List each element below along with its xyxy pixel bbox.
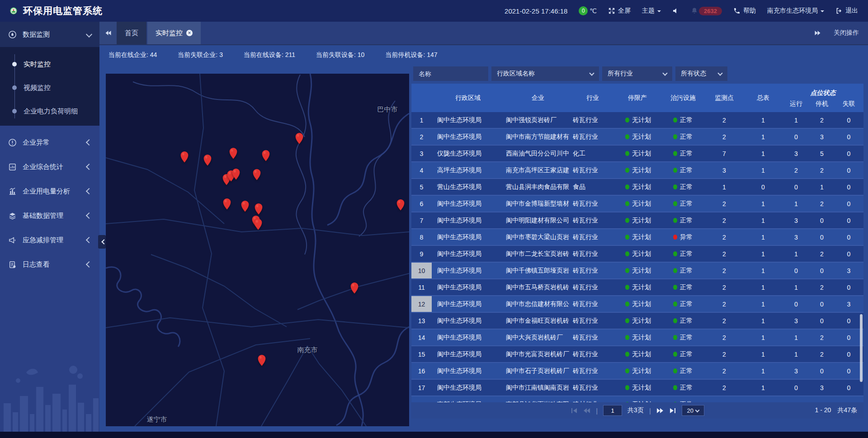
map-pin[interactable]	[255, 203, 263, 215]
map-pin[interactable]	[262, 150, 270, 162]
table-row[interactable]: 6 阆中生态环境局 阆中市金博瑞新型墙材 砖瓦行业 无计划 正常 2 1 1 2…	[411, 196, 863, 212]
tabs-scroll-left-button[interactable]	[99, 22, 117, 44]
table-row[interactable]: 14 阆中生态环境局 阆中大兴页岩机砖厂 砖瓦行业 无计划 正常 2 1 1 2…	[411, 330, 863, 346]
region-select[interactable]: 行政区域名称	[491, 66, 599, 81]
cell-limit-status: 无计划	[613, 112, 661, 128]
cell-stopped: 0	[810, 296, 834, 312]
table-row[interactable]: 2 阆中生态环境局 阆中市南方节能建材有 砖瓦行业 无计划 正常 2 1 0 3…	[411, 129, 863, 146]
sidebar-subitem-video-monitor[interactable]: 视频监控	[0, 76, 99, 99]
table-row[interactable]: 5 营山生态环境局 营山县润丰肉食品有限 食品 无计划 正常 1 0 0 1 0	[411, 179, 863, 196]
tab-realtime-monitor[interactable]: 实时监控 ✕	[147, 22, 201, 44]
alert-circle-icon	[8, 138, 17, 147]
sidebar-item-data-monitor[interactable]: 数据监测	[0, 22, 99, 47]
table-row[interactable]: 11 阆中生态环境局 阆中市五马桥页岩机砖 砖瓦行业 无计划 正常 2 1 1 …	[411, 279, 863, 296]
cell-industry: 砖瓦行业	[572, 363, 613, 379]
cell-running: 2	[783, 162, 810, 178]
org-dropdown[interactable]: 南充市生态环境局	[767, 7, 824, 15]
logout-button[interactable]: 退出	[835, 7, 858, 15]
cell-company: 阆中明阳建材有限公司	[504, 212, 572, 228]
table-row[interactable]: 15 阆中生态环境局 阆中市光富页岩机砖厂 砖瓦行业 无计划 正常 2 1 1 …	[411, 346, 863, 363]
map-pin[interactable]	[232, 168, 241, 180]
row-number: 7	[411, 212, 432, 228]
sidebar-collapse-button[interactable]	[98, 235, 106, 249]
map-pin[interactable]	[241, 200, 250, 212]
name-search-input[interactable]	[413, 66, 488, 81]
table-row[interactable]: 17 阆中生态环境局 阆中市江南镇阆南页岩 砖瓦行业 无计划 正常 2 1 0 …	[411, 380, 863, 396]
last-page-button[interactable]	[669, 408, 676, 414]
scrollbar-thumb[interactable]	[860, 314, 863, 382]
table-row[interactable]: 1 阆中生态环境局 阆中强锐页岩砖厂 砖瓦行业 无计划 正常 2 1 1 2 0	[411, 112, 863, 129]
cell-limit-status: 无计划	[613, 129, 661, 145]
industry-select[interactable]: 所有行业	[602, 66, 672, 81]
table-row[interactable]: 18 南部生态环境局 南部县鸿华页岩砖有限 建材行业 无计划 正常 2 1 0 …	[411, 396, 863, 402]
map-pin[interactable]	[295, 132, 304, 145]
tab-home[interactable]: 首页	[117, 22, 146, 44]
sidebar-item-base-data[interactable]: 基础数据管理	[0, 203, 99, 228]
separator: |	[596, 407, 598, 414]
map-panel[interactable]: 巴中市南充市遂宁市	[106, 74, 409, 426]
page-number-input[interactable]	[603, 405, 622, 416]
table-row[interactable]: 8 阆中生态环境局 阆中市枣碧大梁山页岩 砖瓦行业 无计划 异常 2 1 3 0…	[411, 229, 863, 246]
cell-stopped: 2	[810, 196, 834, 212]
pagination-summary: 1 - 20 共47条	[815, 406, 857, 414]
sidebar-subitem-power-load-detail[interactable]: 企业电力负荷明细	[0, 99, 99, 123]
map-pin[interactable]	[396, 199, 405, 211]
stats-panel-icon	[8, 163, 17, 171]
facility-status-text: 异常	[680, 233, 693, 241]
fullscreen-button[interactable]: 全屏	[608, 7, 631, 15]
previous-page-button[interactable]	[583, 408, 590, 414]
page-size-value: 20	[687, 407, 693, 414]
limit-status-text: 无计划	[632, 384, 651, 392]
map-pin[interactable]	[254, 218, 263, 231]
map-pin[interactable]	[229, 147, 238, 160]
table-row[interactable]: 16 阆中生态环境局 阆中市石子页岩机砖厂 砖瓦行业 无计划 正常 2 1 3 …	[411, 363, 863, 380]
limit-status-text: 无计划	[632, 367, 651, 375]
table-row[interactable]: 12 阆中生态环境局 阆中市忠信建材有限公 砖瓦行业 无计划 正常 2 1 0 …	[411, 296, 863, 313]
row-number: 8	[411, 229, 432, 245]
map-pin[interactable]	[350, 282, 359, 294]
sidebar-item-enterprise-statistics[interactable]: 企业综合统计	[0, 155, 99, 179]
col-header-region: 行政区域	[432, 84, 504, 112]
double-chevron-right-icon[interactable]	[814, 30, 821, 36]
table-row[interactable]: 9 阆中生态环境局 阆中市二龙长宝页岩砖 砖瓦行业 无计划 正常 2 1 1 2…	[411, 246, 863, 263]
table-row[interactable]: 10 阆中生态环境局 阆中千佛镇五郎垭页岩 砖瓦行业 无计划 正常 2 1 0 …	[411, 263, 863, 279]
cell-industry: 砖瓦行业	[572, 112, 613, 128]
sidebar-item-emergency-reduction[interactable]: 应急减排管理	[0, 228, 99, 252]
cell-region: 阆中生态环境局	[432, 229, 504, 245]
cell-lost: 0	[834, 179, 863, 195]
notifications-button[interactable]: 2632	[691, 7, 722, 15]
theme-dropdown[interactable]: 主题	[642, 7, 661, 15]
map-pin[interactable]	[180, 151, 189, 163]
sidebar-subitem-realtime-monitor[interactable]: 实时监控	[0, 52, 99, 76]
cell-monitor-points: 2	[705, 263, 744, 278]
status-select[interactable]: 所有状态	[675, 66, 727, 81]
speaker-muted-icon[interactable]	[672, 7, 679, 14]
chevron-down-icon	[695, 408, 700, 412]
sidebar-item-enterprise-abnormal[interactable]: 企业异常	[0, 130, 99, 155]
close-operations-button[interactable]: 关闭操作	[834, 29, 859, 37]
cell-facility-status: 异常	[661, 229, 705, 245]
status-dot	[673, 218, 677, 223]
help-button[interactable]: 帮助	[733, 7, 756, 15]
table-row[interactable]: 13 阆中生态环境局 阆中市金福旺页岩机砖 砖瓦行业 无计划 正常 2 1 3 …	[411, 313, 863, 330]
map-pin[interactable]	[253, 169, 261, 181]
page-size-select[interactable]: 20	[682, 405, 704, 416]
cell-company: 阆中市南方节能建材有	[504, 129, 572, 145]
sidebar-item-log-view[interactable]: 日志查看	[0, 252, 99, 277]
table-row[interactable]: 7 阆中生态环境局 阆中明阳建材有限公司 砖瓦行业 无计划 正常 2 1 3 0…	[411, 212, 863, 229]
cell-industry: 砖瓦行业	[572, 229, 613, 245]
row-number: 15	[411, 346, 432, 362]
first-page-button[interactable]	[571, 408, 578, 414]
cell-facility-status: 正常	[661, 246, 705, 262]
table-row[interactable]: 4 高坪生态环境局 南充市高坪区王家店建 砖瓦行业 无计划 正常 3 1 2 2…	[411, 162, 863, 179]
map-pin[interactable]	[203, 154, 212, 166]
map-pin[interactable]	[258, 354, 266, 367]
map-pin[interactable]	[223, 198, 231, 210]
col-header-company: 企业	[504, 84, 572, 112]
sidebar-item-power-analysis[interactable]: 企业用电量分析	[0, 179, 99, 203]
cell-stopped: 2	[810, 279, 834, 295]
cell-total-meters: 1	[744, 146, 783, 161]
table-row[interactable]: 3 仪陇生态环境局 西南油气田分公司川中 化工 无计划 正常 7 1 3 5 0	[411, 146, 863, 162]
next-page-button[interactable]	[656, 408, 664, 414]
tab-close-icon[interactable]: ✕	[186, 30, 193, 36]
